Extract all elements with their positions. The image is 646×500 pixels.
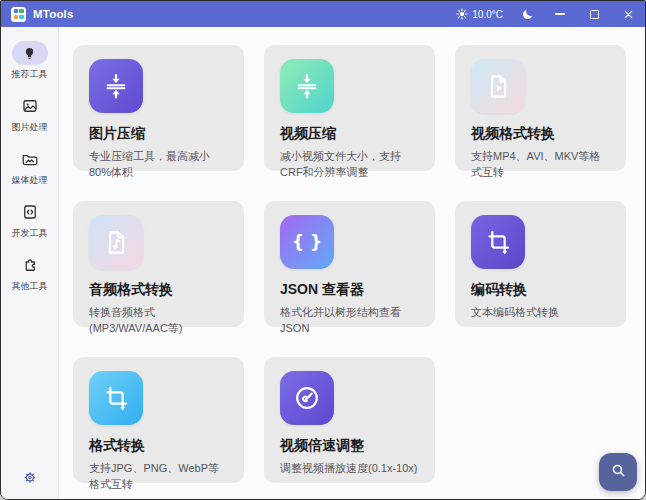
sidebar-item-label: 图片处理 (12, 121, 48, 134)
puzzle-icon (12, 253, 48, 277)
titlebar-right: 10.0°C (447, 1, 645, 27)
card-subtitle: 转换音频格式(MP3/WAV/AAC等) (89, 305, 228, 337)
tool-card-json-viewer[interactable]: { } JSON 查看器 格式化并以树形结构查看 JSON (264, 201, 435, 327)
minimize-icon (555, 13, 565, 14)
sidebar-item-label: 推荐工具 (12, 68, 48, 81)
card-title: 音频格式转换 (89, 281, 228, 299)
minimize-button[interactable] (543, 1, 577, 27)
card-title: JSON 查看器 (280, 281, 419, 299)
card-subtitle: 格式化并以树形结构查看 JSON (280, 305, 419, 337)
titlebar: MTools 10.0°C (1, 1, 645, 27)
speedometer-icon (280, 371, 334, 425)
code-icon (12, 200, 48, 224)
card-subtitle: 支持MP4、AVI、MKV等格式互转 (471, 149, 610, 181)
sidebar-item-other[interactable]: 其他工具 (12, 253, 48, 293)
search-icon (610, 462, 627, 482)
card-subtitle: 支持JPG、PNG、WebP等格式互转 (89, 461, 228, 493)
sidebar-item-label: 开发工具 (12, 227, 48, 240)
sidebar-item-image[interactable]: 图片处理 (12, 94, 48, 134)
search-fab-button[interactable] (599, 453, 637, 491)
maximize-icon (590, 10, 599, 19)
audio-file-icon (89, 215, 143, 269)
tool-card-image-compress[interactable]: 图片压缩 专业压缩工具，最高减小80%体积 (73, 45, 244, 171)
card-subtitle: 调整视频播放速度(0.1x-10x) (280, 461, 419, 477)
settings-button[interactable] (22, 470, 37, 489)
crop-icon (89, 371, 143, 425)
card-title: 格式转换 (89, 437, 228, 455)
tool-card-encoding-convert[interactable]: 编码转换 文本编码格式转换 (455, 201, 626, 327)
sidebar-items: 推荐工具 图片处理 媒体处理 开发工具 其他工具 (12, 41, 48, 306)
close-icon (623, 9, 634, 20)
card-title: 视频倍速调整 (280, 437, 419, 455)
video-file-icon (471, 59, 525, 113)
app-title: MTools (33, 8, 74, 20)
sidebar-item-recommended[interactable]: 推荐工具 (12, 41, 48, 81)
compress-icon (280, 59, 334, 113)
tool-card-video-speed[interactable]: 视频倍速调整 调整视频播放速度(0.1x-10x) (264, 357, 435, 483)
card-title: 图片压缩 (89, 125, 228, 143)
compress-icon (89, 59, 143, 113)
card-subtitle: 文本编码格式转换 (471, 305, 610, 321)
media-folder-icon (12, 147, 48, 171)
sidebar-item-media[interactable]: 媒体处理 (12, 147, 48, 187)
sun-icon (456, 8, 468, 20)
tool-card-format-convert[interactable]: 格式转换 支持JPG、PNG、WebP等格式互转 (73, 357, 244, 483)
card-subtitle: 专业压缩工具，最高减小80%体积 (89, 149, 228, 181)
sidebar-item-label: 其他工具 (12, 280, 48, 293)
crop-icon (471, 215, 525, 269)
theme-toggle-button[interactable] (512, 1, 543, 27)
sidebar: 推荐工具 图片处理 媒体处理 开发工具 其他工具 (1, 27, 59, 499)
card-title: 视频格式转换 (471, 125, 610, 143)
card-title: 视频压缩 (280, 125, 419, 143)
sidebar-item-label: 媒体处理 (12, 174, 48, 187)
lightbulb-icon (12, 41, 48, 65)
sidebar-item-dev[interactable]: 开发工具 (12, 200, 48, 240)
tool-card-audio-format[interactable]: 音频格式转换 转换音频格式(MP3/WAV/AAC等) (73, 201, 244, 327)
gear-icon (22, 471, 37, 488)
titlebar-left: MTools (11, 7, 74, 22)
json-braces-icon: { } (280, 215, 334, 269)
tool-card-video-format[interactable]: 视频格式转换 支持MP4、AVI、MKV等格式互转 (455, 45, 626, 171)
close-button[interactable] (611, 1, 645, 27)
app-body: 推荐工具 图片处理 媒体处理 开发工具 其他工具 图片压缩 专业 (1, 27, 645, 499)
temperature-value: 10.0°C (472, 9, 503, 20)
card-title: 编码转换 (471, 281, 610, 299)
card-subtitle: 减小视频文件大小，支持CRF和分辨率调整 (280, 149, 419, 181)
svg-text:{ }: { } (292, 232, 322, 252)
maximize-button[interactable] (577, 1, 611, 27)
app-window: MTools 10.0°C (0, 0, 646, 500)
image-icon (12, 94, 48, 118)
weather-widget[interactable]: 10.0°C (447, 1, 512, 27)
tools-grid: 图片压缩 专业压缩工具，最高减小80%体积 视频压缩 减小视频文件大小，支持CR… (59, 27, 645, 499)
tool-card-video-compress[interactable]: 视频压缩 减小视频文件大小，支持CRF和分辨率调整 (264, 45, 435, 171)
app-logo-icon (11, 7, 26, 22)
moon-icon (521, 8, 534, 21)
